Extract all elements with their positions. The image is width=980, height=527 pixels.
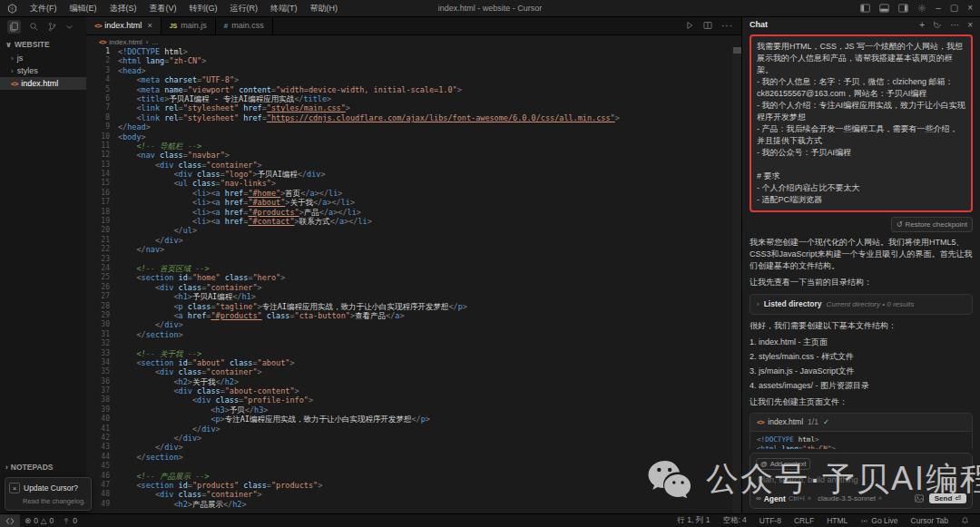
sidebar-item-index-html[interactable]: <> index.html [0,77,86,90]
code-line: 48 <div class="container"> [86,490,742,499]
chevron-up-icon: ˄ [878,495,882,502]
toggle-panel-left-icon[interactable] [860,4,870,13]
code-line: 4 <meta charset="UTF-8"> [86,75,742,84]
notepads-section-header[interactable]: › NOTEPADS [0,460,86,474]
tab-index-html[interactable]: <> index.html × [86,16,162,34]
menu-item[interactable]: 帮助(H) [304,4,345,13]
chat-header: Chat + ··· × [742,16,980,33]
chat-tab[interactable]: Chat [750,20,768,29]
code-line: 6 <title>予贝AI编程 - 专注AI编程应用实战</title> [86,94,742,103]
close-tab-icon[interactable]: × [147,21,152,30]
more-options-icon[interactable]: ··· [950,20,959,30]
settings-gear-icon[interactable] [917,4,926,13]
minimize-icon[interactable]: – [936,4,941,13]
code-line: 29 <a href="#products" class="cta-button… [86,311,742,320]
code-line: 39 <h3>予贝</h3> [86,405,742,415]
close-window-icon[interactable]: × [967,4,973,13]
code-line: 15 <ul class="nav-links"> [86,179,742,188]
tab-main-js[interactable]: JS main.js [162,16,216,34]
close-notification-icon[interactable]: × [9,483,20,493]
code-line: 11 <!-- 导航栏 --> [86,142,742,151]
menu-item[interactable]: 选择(S) [103,4,143,13]
explorer-icon[interactable] [7,20,21,34]
code-block-header[interactable]: <> index.html 1/1 ✓ [750,414,972,432]
chat-input-field[interactable]: Plan, search, build anything [758,475,965,484]
assistant-paragraph: 让我先查看一下当前的目录结构： [750,277,973,288]
go-live-button[interactable]: Go Live [855,516,903,525]
search-icon[interactable] [29,22,39,32]
menu-item[interactable]: 运行(R) [224,4,265,13]
menu-item[interactable]: 终端(T) [264,4,304,13]
sidebar-item-styles-folder[interactable]: › styles [0,64,86,77]
chat-messages[interactable]: 我需要用HTML，CSS，JS 写一个炫酷的个人网站，我想展示我的个人信息和产品… [742,33,980,449]
html-file-icon: <> [11,80,17,88]
user-message-line: - 我的个人介绍：专注AI编程应用实战，致力于让小白实现程序开发梦想 [757,100,965,123]
file-structure-item: 2. styles/main.css - 样式文件 [750,351,973,363]
model-selector-dropdown[interactable]: claude-3.5-sonnet ˄ [818,494,882,503]
eol-indicator[interactable]: CRLF [789,516,819,525]
assistant-paragraph: 让我们先创建主页面文件： [750,396,973,408]
menu-item[interactable]: 转到(G) [183,4,224,13]
menu-item[interactable]: 查看(V) [143,4,183,13]
code-editor[interactable]: 1<!DOCTYPE html>2<html lang="zh-CN">3<he… [86,47,742,514]
assistant-paragraph: 我来帮您创建一个现代化的个人网站。我们将使用HTML5、CSS3和JavaScr… [750,237,973,272]
menu-item[interactable]: 文件(F) [24,4,64,13]
notification-subtitle[interactable]: Read the changelog. [23,497,87,505]
ports-indicator[interactable]: 0 [58,516,82,525]
user-message[interactable]: 我需要用HTML，CSS，JS 写一个炫酷的个人网站，我想展示我的个人信息和产品… [750,34,973,212]
menu-bar: 文件(F)编辑(E)选择(S)查看(V)转到(G)运行(R)终端(T)帮助(H) [24,3,344,15]
breadcrumb[interactable]: <> index.html › ... [86,35,742,48]
code-line: 35 <div class="container"> [86,367,742,376]
agent-mode-dropdown[interactable]: ∞ Agent Ctrl+I ˄ [756,494,811,503]
chat-input-box[interactable]: @ Add context Plan, search, build anythi… [750,453,973,509]
code-line: 10<body> [86,132,742,142]
file-structure-list: 1. index.html - 主页面2. styles/main.css - … [750,337,973,392]
js-file-icon: JS [170,23,178,29]
code-line: 22 </nav> [86,245,742,254]
chevron-right-icon: › [146,38,149,46]
language-indicator[interactable]: HTML [821,516,853,525]
new-chat-icon[interactable]: + [919,20,925,30]
problems-indicator[interactable]: ⊗0 △0 [20,516,58,525]
chevron-up-icon: ˄ [808,495,811,502]
sidebar-item-js-folder[interactable]: › js [0,52,86,64]
update-notification[interactable]: × Update Cursor? Read the changelog. [5,477,92,511]
html-file-icon: <> [99,38,105,46]
add-context-button[interactable]: @ Add context [756,458,810,470]
split-editor-icon[interactable] [703,21,712,30]
close-chat-icon[interactable]: × [967,20,973,30]
chevron-down-icon[interactable] [65,23,74,31]
chat-code-line: <html lang="zh-CN"> [757,444,965,449]
code-line: 40 <p>专注AI编程应用实战，致力于让小白实现程序开发梦想</p> [86,415,742,424]
run-button[interactable] [685,21,694,30]
maximize-icon[interactable]: ▢ [950,4,958,13]
line-col-indicator[interactable]: 行 1, 列 1 [671,515,715,526]
restore-checkpoint-button[interactable]: ↺ Restore checkpoint [891,217,973,232]
code-line: 47 <section id="products" class="product… [86,481,742,490]
file-structure-item: 1. index.html - 主页面 [750,337,973,348]
toggle-panel-right-icon[interactable] [898,4,908,13]
remote-indicator[interactable] [0,514,20,527]
chat-history-icon[interactable] [933,20,942,30]
status-bar: ⊗0 △0 0 行 1, 列 1 空格: 4 UTF-8 CRLF HTML G… [0,513,980,527]
notifications-bell-icon[interactable] [956,516,975,525]
cursor-tab-indicator[interactable]: Cursor Tab [906,516,954,525]
tab-main-css[interactable]: # main.css [216,16,273,34]
scrollbar-thumb[interactable] [733,47,741,54]
chat-code-block[interactable]: <> index.html 1/1 ✓ <!DOCTYPE html><html… [750,413,973,449]
more-actions-icon[interactable]: ··· [721,21,733,31]
attach-image-icon[interactable] [915,494,924,503]
encoding-indicator[interactable]: UTF-8 [754,516,787,525]
send-button[interactable]: Send ⏎ [929,493,966,503]
explorer-root-header[interactable]: ∨ WEBSITE [0,37,86,52]
indentation-indicator[interactable]: 空格: 4 [717,515,751,526]
chevron-collapsed-icon: › [5,463,8,472]
source-control-icon[interactable] [47,22,57,32]
chevron-expanded-icon: ∨ [5,40,12,49]
chevron-collapsed-icon: › [11,54,14,63]
menu-item[interactable]: 编辑(E) [64,4,103,13]
toggle-panel-bottom-icon[interactable] [879,4,889,13]
listed-directory-tool-call[interactable]: › Listed directory Current directory • 0… [750,294,973,315]
code-line: 16 <li><a href="#home">首页</a></li> [86,189,742,198]
cursor-window: 文件(F)编辑(E)选择(S)查看(V)转到(G)运行(R)终端(T)帮助(H)… [0,0,980,527]
